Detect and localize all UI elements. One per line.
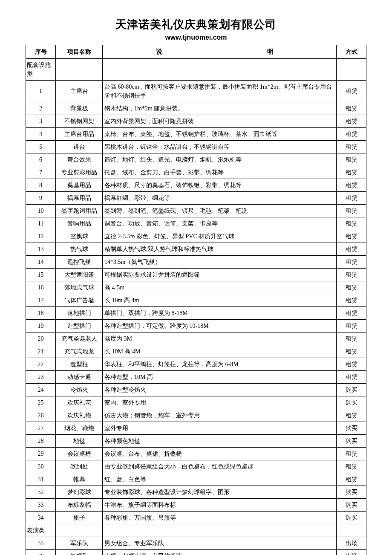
cell-description: 南狮、北狮表演，着民族服装 [103,549,337,555]
cell-description: 台高 60-80cm，面积可按客户要求随意拼装，最小拼装面积 1m*2m。配有主… [103,80,337,102]
cell-mode: 租赁 [337,243,366,255]
cell-project-name: 会议桌椅 [56,447,103,460]
table-row: 6舞台效果筒灯、地灯、红头、追光、电脑灯、烟机、泡炮机等租赁 [26,153,366,166]
table-row: 11音响用品调音台、功放、音箱、话筒、支架、卡座等租赁 [26,217,366,230]
cell-description: 红、蓝、白色等 [103,473,337,486]
company-title: 天津诺美礼仪庆典策划有限公司 [26,17,366,32]
col-description-right: 明 [215,47,326,57]
cell-mode: 租赁 [337,230,366,243]
cell-description: 长 10M 高 4M [103,345,337,358]
col-project-name: 项目名称 [56,45,103,59]
services-table: 序号 项目名称 说明 方式 配套设施类1主席台台高 60-80cm，面积可按客户… [26,45,366,555]
empty-cell [56,524,103,537]
table-body: 配套设施类1主席台台高 60-80cm，面积可按客户要求随意拼装，最小拼装面积 … [26,58,366,555]
cell-mode: 租赁 [337,294,366,306]
table-row: 23动感卡通各种造型，10M 高租赁 [26,370,366,383]
cell-number: 17 [26,294,56,306]
cell-mode: 购买 [337,422,366,434]
cell-mode: 出场 [337,549,366,555]
cell-description: 单拱门、双拱门，跨度为 8-18M [103,306,337,319]
cell-project-name: 造型拱门 [56,319,103,332]
cell-project-name: 不锈钢网架 [56,115,103,127]
table-row: 32梦幻彩球专业装饰彩球、各种造型设计梦幻球组字、图形购买 [26,486,366,498]
cell-number: 24 [26,383,56,396]
cell-description: 室内、室外专用 [103,396,337,409]
table-row: 22造型柱华表柱、和平鸽柱、灯笼柱、龙柱等，高度为 6-8M租赁 [26,358,366,370]
cell-number: 10 [26,204,56,217]
cell-number: 6 [26,153,56,166]
table-row: 28地毯各种颜色地毯购买 [26,434,366,447]
cell-mode: 租赁 [337,80,366,102]
cell-mode: 租赁 [337,255,366,268]
cell-mode: 租赁 [337,204,366,217]
cell-project-name: 冷焰火 [56,383,103,396]
col-description: 说明 [103,45,337,59]
cell-description: 仿古大炮；钢管炮，炮车，室外专用 [103,409,337,422]
empty-cell [56,58,103,80]
cell-mode: 租赁 [337,268,366,281]
cell-mode: 租赁 [337,358,366,370]
cell-project-name: 旗子 [56,511,103,524]
table-row: 33布标条幅牛津布、旗子绸等面料布标购买 [26,498,366,511]
cell-mode: 租赁 [337,166,366,179]
cell-mode: 购买 [337,434,366,447]
cell-description: 由专业签到桌任意组合大小，白色桌布，红色或绿色桌群 [103,460,337,473]
cell-description: 可根据实际要求设计并拼装的遮阳篷 [103,268,337,281]
cell-mode: 租赁 [337,332,366,345]
cell-mode: 租赁 [337,140,366,153]
table-row: 7专业剪彩用品托盘、绒布、金剪刀、白手套、彩带、绸花等租赁 [26,166,366,179]
cell-description: 钢木结构，1m*2m 随意拼装。 [103,102,337,115]
cell-project-name: 大型遮阳篷 [56,268,103,281]
cell-mode: 购买 [337,396,366,409]
cell-number: 16 [26,281,56,294]
cell-mode: 租赁 [337,370,366,383]
cell-project-name: 主席台 [56,80,103,102]
cell-project-name: 背景板 [56,102,103,115]
cell-number: 35 [26,537,56,549]
cell-description: 高度为 3M [103,332,337,345]
cell-mode: 租赁 [337,447,366,460]
cell-mode: 租赁 [337,191,366,204]
cell-number: 18 [26,306,56,319]
cell-mode: 租赁 [337,127,366,140]
section-row: 配套设施类 [26,58,366,80]
cell-mode: 租赁 [337,460,366,473]
cell-description: 牛津布、旗子绸等面料布标 [103,498,337,511]
cell-project-name: 空飘球 [56,230,103,243]
table-row: 36舞狮队南狮、北狮表演，着民族服装出场 [26,549,366,555]
table-row: 13热气球精制单人热气球,双人热气球和标准热气球租赁 [26,243,366,255]
cell-number: 8 [26,179,56,191]
cell-project-name: 遥控飞艇 [56,255,103,268]
cell-project-name: 音响用品 [56,217,103,230]
cell-project-name: 欢庆礼炮 [56,409,103,422]
cell-description: 华表柱、和平鸽柱、灯笼柱、龙柱等，高度为 6-8M [103,358,337,370]
empty-cell [103,58,337,80]
cell-number: 19 [26,319,56,332]
table-row: 31帷幕红、蓝、白色等租赁 [26,473,366,486]
cell-description: 黑桃木讲台，镀钛金；水晶讲台；不锈钢讲台等 [103,140,337,153]
cell-description: 室内外背景网架，面积可随意拼装 [103,115,337,127]
cell-description: 各种彩旗、万国旗、吊旗等 [103,511,337,524]
cell-description: 签到簿、签到笔、笔墨纸砚、镇尺、毛毡、笔架、笔洗 [103,204,337,217]
cell-project-name: 舞台效果 [56,153,103,166]
cell-number: 11 [26,217,56,230]
table-row: 26欢庆礼炮仿古大炮；钢管炮，炮车，室外专用租赁 [26,409,366,422]
section-title: 表演类 [26,524,56,537]
cell-mode: 租赁 [337,306,366,319]
cell-description: 会议桌、台布、桌裙、折叠椅 [103,447,337,460]
cell-mode: 购买 [337,383,366,396]
section-title: 配套设施类 [26,58,56,80]
cell-project-name: 舞狮队 [56,549,103,555]
cell-number: 22 [26,358,56,370]
table-row: 16落地式气球高 4-5m租赁 [26,281,366,294]
cell-description: 调音台、功放、音箱、话筒、支架、卡座等 [103,217,337,230]
cell-project-name: 签到处 [56,460,103,473]
cell-number: 33 [26,498,56,511]
cell-description: 各种材质、尺寸的奠基石、装饰铁锹、彩带、绸花等 [103,179,337,191]
cell-mode: 租赁 [337,217,366,230]
cell-number: 26 [26,409,56,422]
table-row: 14遥控飞艇14*3.5m（氦气飞艇）租赁 [26,255,366,268]
cell-project-name: 欢庆礼花 [56,396,103,409]
cell-number: 21 [26,345,56,358]
cell-project-name: 梦幻彩球 [56,486,103,498]
